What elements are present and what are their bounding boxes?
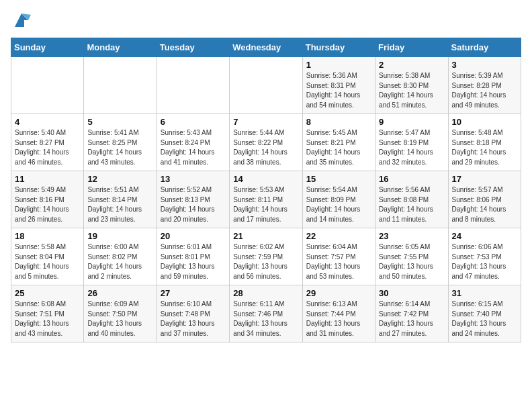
calendar-cell: 24Sunrise: 6:06 AM Sunset: 7:53 PM Dayli… [448,228,521,285]
day-info: Sunrise: 6:00 AM Sunset: 8:02 PM Dayligh… [87,242,152,281]
page-header [11,11,521,30]
day-number: 27 [161,288,226,298]
day-header-saturday: Saturday [448,38,521,57]
day-number: 29 [306,288,371,298]
calendar-cell [84,57,157,114]
calendar-cell: 17Sunrise: 5:57 AM Sunset: 8:06 PM Dayli… [448,171,521,228]
week-row-5: 25Sunrise: 6:08 AM Sunset: 7:51 PM Dayli… [11,285,521,342]
day-number: 24 [452,231,517,241]
day-number: 12 [87,174,152,184]
calendar-cell: 5Sunrise: 5:41 AM Sunset: 8:25 PM Daylig… [84,114,157,171]
day-number: 7 [233,117,298,127]
calendar-cell: 21Sunrise: 6:02 AM Sunset: 7:59 PM Dayli… [230,228,302,285]
calendar-cell: 28Sunrise: 6:11 AM Sunset: 7:46 PM Dayli… [230,285,302,342]
calendar-cell: 26Sunrise: 6:09 AM Sunset: 7:50 PM Dayli… [84,285,157,342]
day-number: 30 [379,288,444,298]
calendar-cell [230,57,302,114]
day-info: Sunrise: 5:58 AM Sunset: 8:04 PM Dayligh… [15,242,80,281]
day-number: 1 [306,60,371,70]
day-number: 16 [379,174,444,184]
day-info: Sunrise: 5:47 AM Sunset: 8:19 PM Dayligh… [379,128,444,167]
day-info: Sunrise: 5:57 AM Sunset: 8:06 PM Dayligh… [452,185,517,224]
day-info: Sunrise: 6:04 AM Sunset: 7:57 PM Dayligh… [306,242,371,281]
calendar-cell: 15Sunrise: 5:54 AM Sunset: 8:09 PM Dayli… [302,171,375,228]
calendar-body: 1Sunrise: 5:36 AM Sunset: 8:31 PM Daylig… [11,57,521,342]
calendar-cell: 4Sunrise: 5:40 AM Sunset: 8:27 PM Daylig… [11,114,84,171]
day-number: 23 [379,231,444,241]
calendar-cell: 7Sunrise: 5:44 AM Sunset: 8:22 PM Daylig… [230,114,302,171]
calendar-cell: 9Sunrise: 5:47 AM Sunset: 8:19 PM Daylig… [375,114,448,171]
calendar-cell: 18Sunrise: 5:58 AM Sunset: 8:04 PM Dayli… [11,228,84,285]
calendar-cell: 13Sunrise: 5:52 AM Sunset: 8:13 PM Dayli… [157,171,229,228]
calendar-cell: 31Sunrise: 6:15 AM Sunset: 7:40 PM Dayli… [448,285,521,342]
day-info: Sunrise: 5:40 AM Sunset: 8:27 PM Dayligh… [15,128,80,167]
day-header-thursday: Thursday [302,38,375,57]
day-header-sunday: Sunday [11,38,84,57]
calendar-cell: 19Sunrise: 6:00 AM Sunset: 8:02 PM Dayli… [84,228,157,285]
day-number: 21 [233,231,298,241]
calendar-cell: 25Sunrise: 6:08 AM Sunset: 7:51 PM Dayli… [11,285,84,342]
calendar-cell: 27Sunrise: 6:10 AM Sunset: 7:48 PM Dayli… [157,285,229,342]
day-number: 3 [452,60,517,70]
day-info: Sunrise: 5:43 AM Sunset: 8:24 PM Dayligh… [161,128,226,167]
day-info: Sunrise: 6:14 AM Sunset: 7:42 PM Dayligh… [379,300,444,338]
day-number: 5 [87,117,152,127]
day-info: Sunrise: 6:05 AM Sunset: 7:55 PM Dayligh… [379,242,444,281]
day-number: 31 [452,288,517,298]
day-header-friday: Friday [375,38,448,57]
calendar-cell: 22Sunrise: 6:04 AM Sunset: 7:57 PM Dayli… [302,228,375,285]
calendar-header: SundayMondayTuesdayWednesdayThursdayFrid… [11,38,521,57]
day-info: Sunrise: 6:06 AM Sunset: 7:53 PM Dayligh… [452,242,517,281]
calendar-cell: 29Sunrise: 6:13 AM Sunset: 7:44 PM Dayli… [302,285,375,342]
week-row-3: 11Sunrise: 5:49 AM Sunset: 8:16 PM Dayli… [11,171,521,228]
calendar-cell: 1Sunrise: 5:36 AM Sunset: 8:31 PM Daylig… [302,57,375,114]
day-info: Sunrise: 5:39 AM Sunset: 8:28 PM Dayligh… [452,71,517,110]
calendar-cell: 2Sunrise: 5:38 AM Sunset: 8:30 PM Daylig… [375,57,448,114]
day-number: 26 [87,288,152,298]
day-info: Sunrise: 6:09 AM Sunset: 7:50 PM Dayligh… [87,300,152,338]
week-row-2: 4Sunrise: 5:40 AM Sunset: 8:27 PM Daylig… [11,114,521,171]
calendar-cell: 20Sunrise: 6:01 AM Sunset: 8:01 PM Dayli… [157,228,229,285]
calendar-cell [11,57,84,114]
day-info: Sunrise: 5:44 AM Sunset: 8:22 PM Dayligh… [233,128,298,167]
day-info: Sunrise: 5:41 AM Sunset: 8:25 PM Dayligh… [87,128,152,167]
day-number: 22 [306,231,371,241]
day-info: Sunrise: 5:49 AM Sunset: 8:16 PM Dayligh… [15,185,80,224]
calendar-cell [157,57,229,114]
day-header-tuesday: Tuesday [157,38,229,57]
day-number: 11 [15,174,80,184]
day-number: 4 [15,117,80,127]
week-row-1: 1Sunrise: 5:36 AM Sunset: 8:31 PM Daylig… [11,57,521,114]
calendar-cell: 8Sunrise: 5:45 AM Sunset: 8:21 PM Daylig… [302,114,375,171]
day-number: 25 [15,288,80,298]
day-info: Sunrise: 5:54 AM Sunset: 8:09 PM Dayligh… [306,185,371,224]
day-number: 17 [452,174,517,184]
day-number: 20 [161,231,226,241]
calendar-cell: 14Sunrise: 5:53 AM Sunset: 8:11 PM Dayli… [230,171,302,228]
day-number: 6 [161,117,226,127]
day-info: Sunrise: 5:36 AM Sunset: 8:31 PM Dayligh… [306,71,371,110]
day-header-monday: Monday [84,38,157,57]
calendar-cell: 10Sunrise: 5:48 AM Sunset: 8:18 PM Dayli… [448,114,521,171]
day-info: Sunrise: 6:13 AM Sunset: 7:44 PM Dayligh… [306,300,371,338]
day-info: Sunrise: 5:56 AM Sunset: 8:08 PM Dayligh… [379,185,444,224]
calendar-cell: 6Sunrise: 5:43 AM Sunset: 8:24 PM Daylig… [157,114,229,171]
day-number: 10 [452,117,517,127]
logo-icon [12,11,31,30]
week-row-4: 18Sunrise: 5:58 AM Sunset: 8:04 PM Dayli… [11,228,521,285]
calendar-cell: 23Sunrise: 6:05 AM Sunset: 7:55 PM Dayli… [375,228,448,285]
day-number: 9 [379,117,444,127]
day-info: Sunrise: 5:38 AM Sunset: 8:30 PM Dayligh… [379,71,444,110]
calendar-cell: 30Sunrise: 6:14 AM Sunset: 7:42 PM Dayli… [375,285,448,342]
day-number: 18 [15,231,80,241]
day-info: Sunrise: 5:51 AM Sunset: 8:14 PM Dayligh… [87,185,152,224]
calendar-cell: 12Sunrise: 5:51 AM Sunset: 8:14 PM Dayli… [84,171,157,228]
day-number: 14 [233,174,298,184]
day-header-wednesday: Wednesday [230,38,302,57]
day-number: 13 [161,174,226,184]
day-number: 28 [233,288,298,298]
day-info: Sunrise: 6:15 AM Sunset: 7:40 PM Dayligh… [452,300,517,338]
day-info: Sunrise: 6:01 AM Sunset: 8:01 PM Dayligh… [161,242,226,281]
logo [11,11,31,30]
calendar-cell: 11Sunrise: 5:49 AM Sunset: 8:16 PM Dayli… [11,171,84,228]
